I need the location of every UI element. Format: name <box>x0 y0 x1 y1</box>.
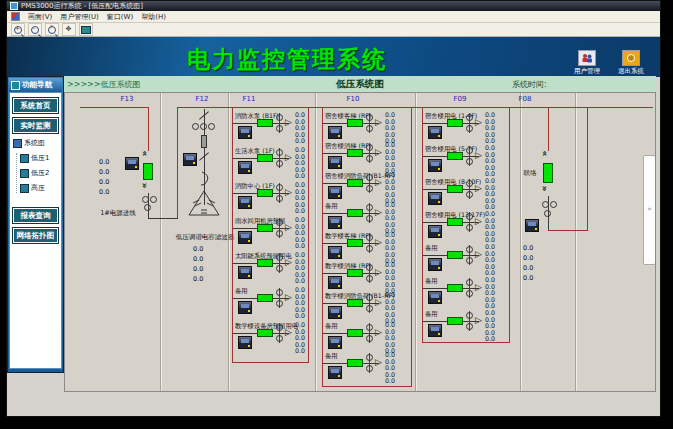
breaker[interactable] <box>347 119 363 127</box>
meter-icon[interactable] <box>328 336 342 349</box>
feeder-row: 宿舍楼用电 (8-10F) 0.0 0.0 0.0 0.0 0.0 <box>423 177 509 210</box>
title-bar: PMS3000运行系统 - [低压配电系统图] <box>7 1 660 11</box>
meter-icon[interactable] <box>238 266 252 279</box>
breaker[interactable] <box>447 119 463 127</box>
meter-icon[interactable] <box>428 225 442 238</box>
meter-icon[interactable] <box>328 276 342 289</box>
breaker[interactable] <box>447 152 463 160</box>
sidebar-item-network-topology[interactable]: 网络拓扑图 <box>13 228 58 243</box>
meter-icon[interactable] <box>428 126 442 139</box>
meter-icon[interactable] <box>238 301 252 314</box>
app-window: PMS3000运行系统 - [低压配电系统图] 画面(V) 用户管理(U) 窗口… <box>6 0 661 417</box>
breaker[interactable] <box>347 209 363 217</box>
breaker[interactable] <box>447 185 463 193</box>
meter-icon[interactable] <box>238 231 252 244</box>
load-arrow-icon <box>285 328 292 337</box>
column-divider <box>160 93 161 392</box>
panel-scrollbar[interactable]: » <box>643 155 656 265</box>
breaker[interactable] <box>347 329 363 337</box>
meter-icon[interactable] <box>183 153 197 166</box>
tree-leaf[interactable]: 低压2 <box>20 168 60 178</box>
tool-bar: ✥ <box>7 23 660 37</box>
breaker[interactable] <box>347 179 363 187</box>
tree-node-system-diagram[interactable]: 系统图 <box>13 138 60 148</box>
menu-item[interactable]: 用户管理(U) <box>60 12 99 22</box>
breaker[interactable] <box>257 119 273 127</box>
meter-icon[interactable] <box>238 126 252 139</box>
breaker[interactable] <box>447 251 463 259</box>
lv-one-line-diagram: F13 F12 F11 F10 F09 F08 0.0 0.0 0.0 0.0 … <box>64 92 656 392</box>
pan-icon[interactable]: ✥ <box>62 23 76 36</box>
connector-line <box>148 218 178 219</box>
meter-icon[interactable] <box>428 258 442 271</box>
meter-icon[interactable] <box>238 161 252 174</box>
meter-icon[interactable] <box>328 246 342 259</box>
meter-icon[interactable] <box>525 219 539 232</box>
leaf-icon <box>20 184 29 193</box>
breaker[interactable] <box>347 149 363 157</box>
zoom-in-icon[interactable] <box>11 23 25 36</box>
sidebar-body: 系统首页 实时监测 系统图 低压1 低压2 高压 报表查询 网络拓扑图 <box>9 92 62 369</box>
nav-icon <box>11 81 20 90</box>
feeder-header-f13[interactable]: F13 <box>109 95 145 103</box>
ct-icon <box>469 113 470 133</box>
f08-measurements: 0.0 0.0 0.0 0.0 <box>523 243 533 283</box>
meter-icon[interactable] <box>238 336 252 349</box>
meter-icon[interactable] <box>328 156 342 169</box>
sidebar-item-report-query[interactable]: 报表查询 <box>13 208 58 223</box>
incoming-breaker-f13[interactable] <box>143 163 153 180</box>
menu-item[interactable]: 帮助(H) <box>141 12 166 22</box>
breaker[interactable] <box>447 317 463 325</box>
exit-system-button[interactable]: 退出系统 <box>611 50 651 76</box>
breaker[interactable] <box>257 329 273 337</box>
ct-icon <box>279 288 280 308</box>
meter-icon[interactable] <box>428 291 442 304</box>
load-arrow-icon <box>375 118 382 127</box>
meter-icon[interactable] <box>428 324 442 337</box>
ct-icon <box>369 353 370 373</box>
breaker[interactable] <box>347 359 363 367</box>
feeder-header-f11[interactable]: F11 <box>231 95 267 103</box>
user-management-button[interactable]: 用户管理 <box>567 50 607 76</box>
breaker[interactable] <box>257 259 273 267</box>
breaker[interactable] <box>447 284 463 292</box>
sidebar-item-realtime-monitor[interactable]: 实时监测 <box>13 118 58 133</box>
feeder-header-f08[interactable]: F08 <box>507 95 543 103</box>
meter-icon[interactable] <box>428 192 442 205</box>
column-divider <box>315 93 316 392</box>
tree-leaf[interactable]: 高压 <box>20 183 60 193</box>
ct-icon <box>279 253 280 273</box>
zoom-out-icon[interactable] <box>28 23 42 36</box>
meter-icon[interactable] <box>328 306 342 319</box>
breaker[interactable] <box>447 218 463 226</box>
meter-icon[interactable] <box>328 366 342 379</box>
sidebar-item-home[interactable]: 系统首页 <box>13 98 58 113</box>
breaker[interactable] <box>347 299 363 307</box>
feeder-header-f12[interactable]: F12 <box>184 95 220 103</box>
breaker[interactable] <box>257 154 273 162</box>
feeder-measurements: 0.0 0.0 0.0 0.0 0.0 <box>385 352 395 385</box>
breaker[interactable] <box>347 269 363 277</box>
breaker[interactable] <box>347 239 363 247</box>
menu-item[interactable]: 窗口(W) <box>107 12 133 22</box>
meter-icon[interactable] <box>125 157 139 170</box>
load-arrow-icon <box>285 258 292 267</box>
meter-icon[interactable] <box>428 159 442 172</box>
breaker[interactable] <box>257 294 273 302</box>
meter-icon[interactable] <box>238 196 252 209</box>
feeder-header-f09[interactable]: F09 <box>442 95 478 103</box>
meter-icon[interactable] <box>328 126 342 139</box>
tree-leaf[interactable]: 低压1 <box>20 153 60 163</box>
meter-icon[interactable] <box>328 186 342 199</box>
breaker[interactable] <box>257 189 273 197</box>
meter-icon[interactable] <box>328 216 342 229</box>
breaker[interactable] <box>257 224 273 232</box>
load-arrow-icon <box>285 188 292 197</box>
leaf-icon <box>20 169 29 178</box>
exit-icon <box>622 50 640 66</box>
feeder-header-f10[interactable]: F10 <box>335 95 371 103</box>
zoom-query-icon[interactable] <box>45 23 59 36</box>
tie-breaker-f08[interactable] <box>543 163 553 183</box>
fullscreen-icon[interactable] <box>79 23 93 36</box>
menu-item[interactable]: 画面(V) <box>28 12 52 22</box>
